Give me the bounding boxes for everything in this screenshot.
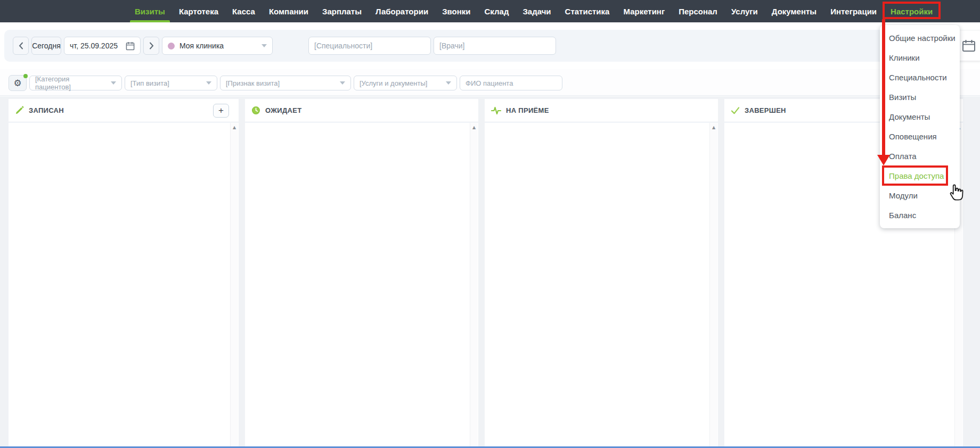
column-title: НА ПРИЁМЕ [506, 106, 549, 114]
menu-item-general-settings[interactable]: Общие настройки [880, 28, 960, 48]
top-nav-bar: Визиты Картотека Касса Компании Зарплаты… [0, 0, 980, 22]
nav-item-kartoteka[interactable]: Картотека [172, 0, 225, 22]
nav-item-visits[interactable]: Визиты [128, 0, 172, 22]
clinic-color-dot [168, 43, 175, 49]
nav-item-marketing[interactable]: Маркетинг [616, 0, 672, 22]
nav-item-label: Склад [485, 7, 509, 16]
column-scrollbar[interactable]: ▲ [470, 123, 478, 446]
filter-settings-button[interactable]: ⚙ [9, 75, 27, 91]
select-placeholder: [Тип визита] [130, 79, 169, 87]
chevron-down-icon [262, 44, 267, 47]
menu-item-label: Права доступа [889, 171, 944, 180]
menu-item-balance[interactable]: Баланс [880, 205, 960, 225]
patient-name-input[interactable] [460, 76, 562, 90]
visit-flag-select[interactable]: [Признак визита] [220, 76, 351, 90]
nav-item-label: Компании [269, 7, 308, 16]
services-documents-select[interactable]: [Услуги и документы] [354, 76, 457, 90]
clinic-select-value-wrap: Моя клиника [168, 42, 224, 50]
nav-item-label: Персонал [679, 7, 717, 16]
nav-item-kompanii[interactable]: Компании [262, 0, 315, 22]
nav-item-zvonki[interactable]: Звонки [435, 0, 477, 22]
nav-item-label: Касса [232, 7, 255, 16]
nav-item-uslugi[interactable]: Услуги [724, 0, 765, 22]
clinic-select-value: Моя клиника [179, 42, 224, 50]
check-icon [731, 106, 740, 114]
nav-item-label: Зарплаты [322, 7, 362, 16]
visit-type-select[interactable]: [Тип визита] [125, 76, 217, 90]
today-button-label: Сегодня [32, 42, 61, 50]
menu-item-access-rights[interactable]: Права доступа [880, 166, 960, 186]
select-placeholder: [Категория пациентов] [35, 75, 107, 91]
column-header: ЗАПИСАН + [9, 99, 239, 122]
menu-item-specialties[interactable]: Специальности [880, 68, 960, 87]
patient-category-select[interactable]: [Категория пациентов] [29, 76, 122, 90]
column-scrollbar[interactable]: ▲ [230, 123, 238, 446]
app-screen: Визиты Картотека Касса Компании Зарплаты… [0, 0, 980, 448]
select-placeholder: [Признак визита] [226, 79, 280, 87]
nav-item-zadachi[interactable]: Задачи [516, 0, 558, 22]
column-header: ОЖИДАЕТ [245, 99, 478, 122]
chevron-down-icon [111, 81, 116, 85]
scroll-up-icon[interactable]: ▲ [710, 125, 717, 130]
column-header: НА ПРИЁМЕ [485, 99, 718, 122]
calendar-icon [126, 42, 135, 51]
nav-item-integracii[interactable]: Интеграции [823, 0, 884, 22]
nav-item-kassa[interactable]: Касса [225, 0, 262, 22]
nav-item-label: Услуги [731, 7, 758, 16]
notification-dot [23, 74, 28, 78]
select-placeholder: [Услуги и документы] [360, 79, 427, 87]
nav-item-sklad[interactable]: Склад [478, 0, 516, 22]
scroll-up-icon[interactable]: ▲ [231, 125, 238, 130]
gear-icon: ⚙ [13, 79, 21, 88]
menu-item-payment[interactable]: Оплата [880, 146, 960, 166]
menu-item-modules[interactable]: Модули [880, 186, 960, 205]
date-field[interactable]: чт, 25.09.2025 [64, 37, 141, 55]
chevron-down-icon [206, 81, 211, 85]
menu-item-clinics[interactable]: Клиники [880, 48, 960, 68]
chevron-left-icon [19, 42, 23, 49]
nav-item-statistika[interactable]: Статистика [558, 0, 617, 22]
pulse-icon [491, 106, 501, 115]
date-value: чт, 25.09.2025 [70, 42, 118, 50]
nav-item-label: Статистика [565, 7, 610, 16]
nav-item-personal[interactable]: Персонал [672, 0, 724, 22]
pencil-icon [15, 106, 24, 115]
next-day-button[interactable] [143, 37, 159, 55]
nav-item-label: Звонки [442, 7, 470, 16]
nav-item-zarplaty[interactable]: Зарплаты [315, 0, 369, 22]
nav-item-dokumenty[interactable]: Документы [765, 0, 823, 22]
chevron-down-icon [446, 81, 451, 85]
chevron-down-icon [340, 81, 345, 85]
nav-item-label: Настройки [891, 7, 933, 16]
scroll-up-icon[interactable]: ▲ [470, 125, 478, 130]
menu-item-notifications[interactable]: Оповещения [880, 127, 960, 146]
today-button[interactable]: Сегодня [31, 37, 61, 55]
nav-item-label: Визиты [135, 7, 165, 16]
clock-icon [251, 106, 260, 115]
settings-menu: Общие настройки Клиники Специальности Ви… [880, 25, 960, 228]
nav-item-label: Документы [772, 7, 816, 16]
doctors-input[interactable] [434, 37, 556, 55]
column-na-prieme: НА ПРИЁМЕ ▲ [485, 99, 718, 446]
filter-bar-panel: ⚙ [Категория пациентов] [Тип визита] [Пр… [0, 69, 980, 96]
menu-item-documents[interactable]: Документы [880, 107, 960, 127]
column-zapisan: ЗАПИСАН + ▲ [9, 99, 239, 446]
nav-item-settings[interactable]: Настройки Общие настройки Клиники Специа… [884, 0, 940, 22]
specialties-input[interactable] [308, 37, 431, 55]
menu-item-visits[interactable]: Визиты [880, 87, 960, 107]
nav-item-label: Интеграции [830, 7, 877, 16]
nav-item-label: Лаборатории [375, 7, 428, 16]
chevron-right-icon [149, 42, 154, 49]
column-title: ОЖИДАЕТ [265, 106, 301, 114]
visits-board: ЗАПИСАН + ▲ ОЖИДАЕТ ▲ [0, 96, 980, 446]
nav-item-label: Задачи [522, 7, 551, 16]
clinic-select[interactable]: Моя клиника [162, 37, 273, 55]
prev-day-button[interactable] [13, 37, 29, 55]
column-title: ЗАВЕРШЕН [745, 106, 786, 114]
column-scrollbar[interactable]: ▲ [709, 123, 717, 446]
calendar-view-icon[interactable] [962, 39, 976, 52]
nav-item-label: Картотека [179, 7, 218, 16]
nav-item-label: Маркетинг [623, 7, 665, 16]
nav-item-laboratorii[interactable]: Лаборатории [369, 0, 435, 22]
add-visit-button[interactable]: + [213, 104, 229, 118]
